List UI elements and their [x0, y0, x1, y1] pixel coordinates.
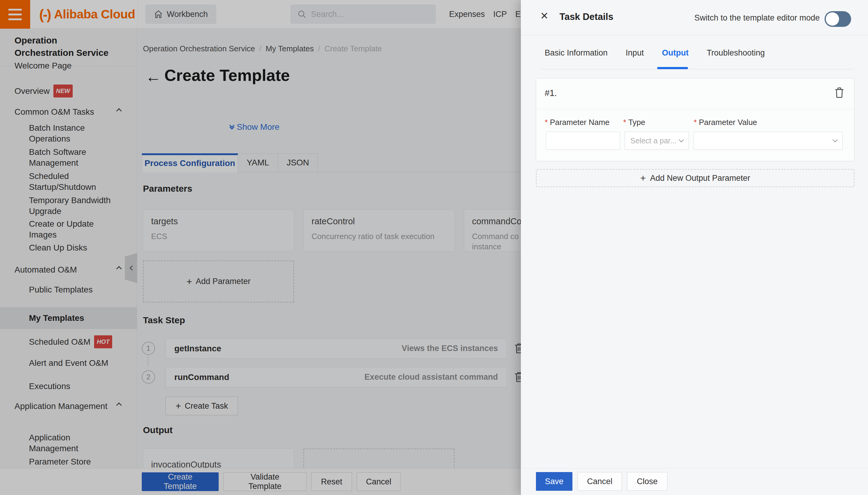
tab-output[interactable]: Output	[662, 48, 689, 58]
drawer-title: Task Details	[560, 12, 614, 22]
chevron-down-icon	[679, 137, 684, 142]
card-divider	[536, 109, 854, 109]
type-select[interactable]: Select a par...	[625, 132, 689, 150]
add-new-output-parameter-button[interactable]: + Add New Output Parameter	[536, 169, 854, 187]
save-button[interactable]: Save	[536, 472, 572, 491]
drawer-tabs: Basic Information Input Output Troublesh…	[545, 48, 765, 58]
chevron-down-icon	[833, 137, 838, 142]
drawer-header: ✕ Task Details Switch to the template ed…	[521, 0, 868, 35]
tab-input[interactable]: Input	[626, 48, 644, 58]
drawer-tabs-divider	[540, 69, 854, 69]
task-details-drawer: ✕ Task Details Switch to the template ed…	[521, 0, 868, 495]
drawer-footer-buttons: Save Cancel Close	[536, 472, 668, 491]
delete-output-parameter-icon[interactable]	[834, 86, 845, 99]
active-tab-underline	[657, 67, 688, 69]
required-asterisk: *	[623, 118, 626, 127]
screen: (-) Alibaba Cloud Workbench Expenses ICP…	[0, 0, 868, 495]
editor-mode-switch-label: Switch to the template editor mode	[694, 13, 820, 23]
required-asterisk: *	[694, 118, 697, 127]
required-asterisk: *	[545, 118, 548, 127]
parameter-name-input[interactable]	[546, 132, 620, 150]
toggle-knob	[826, 12, 839, 25]
close-icon[interactable]: ✕	[540, 11, 549, 21]
tab-troubleshooting[interactable]: Troubleshooting	[707, 48, 765, 58]
drawer-close-button[interactable]: Close	[627, 472, 668, 491]
editor-mode-toggle[interactable]	[825, 11, 851, 27]
type-select-placeholder: Select a par...	[630, 136, 676, 145]
type-label: Type	[628, 118, 645, 127]
drawer-footer-divider	[521, 468, 868, 468]
tab-basic-information[interactable]: Basic Information	[545, 48, 608, 58]
drawer-cancel-button[interactable]: Cancel	[578, 472, 622, 491]
parameter-name-label: Parameter Name	[550, 118, 609, 127]
output-parameter-card: #1. *Parameter Name *Type *Parameter Val…	[536, 78, 854, 161]
add-new-output-parameter-label: Add New Output Parameter	[650, 173, 750, 183]
parameter-value-label: Parameter Value	[699, 118, 757, 127]
parameter-value-select[interactable]	[694, 132, 843, 150]
parameter-index: #1.	[545, 88, 557, 98]
plus-icon: +	[640, 173, 646, 183]
